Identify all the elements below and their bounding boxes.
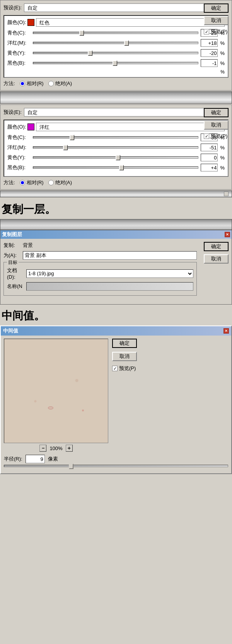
median-preview-col: － 100% ＋ [4, 339, 108, 452]
method-label-2: 方法: [3, 179, 15, 186]
yellow-thumb-1[interactable] [88, 50, 92, 56]
yellow-thumb-2[interactable] [116, 155, 120, 160]
cancel-button-1[interactable]: 取消 [204, 16, 229, 25]
preset-select-1[interactable]: 自定 [24, 3, 218, 12]
black-input-1[interactable] [201, 59, 218, 67]
radius-thumb[interactable] [69, 464, 73, 469]
cancel-button-2[interactable]: 取消 [204, 120, 229, 130]
cyan-row-1: 青色(C): % [7, 29, 225, 37]
method-row-1: 方法: 相对(R) 绝对(A) [3, 80, 229, 87]
radius-unit: 像素 [48, 456, 58, 462]
name-obscured [26, 282, 193, 291]
cyan-row-2: 青色(C): % [7, 134, 225, 141]
cyan-thumb-2[interactable] [70, 135, 74, 140]
relative-radio-2[interactable]: 相对(R) [20, 179, 44, 186]
source-value: 背景 [23, 242, 33, 249]
name-row: 名称(N [7, 282, 193, 291]
color-select-2[interactable]: 洋红 [36, 123, 225, 131]
doc-label: 文档(D): [7, 267, 24, 280]
preview-checkbox-2[interactable] [204, 134, 209, 139]
corner-handle [224, 192, 229, 196]
source-row: 复制: 背景 [3, 242, 197, 249]
zoom-row: － 100% ＋ [4, 445, 108, 452]
cyan-label-1: 青色(C): [7, 29, 31, 36]
image-strip-3 [0, 219, 232, 230]
median-title-bar: 中间值 ✕ [1, 326, 231, 336]
absolute-dot-2[interactable] [48, 180, 54, 185]
preset-label-2: 预设(E): [3, 109, 22, 116]
median-preview-checkbox[interactable] [112, 366, 118, 371]
black-thumb-1[interactable] [113, 60, 117, 66]
selective-color-dialog-red: 预设(E): 自定 ≡ 确定 取消 预览(P) 颜色(O): 红色 青色(C): [0, 0, 232, 91]
cyan-thumb-1[interactable] [79, 30, 84, 36]
color-select-1[interactable]: 红色 [36, 18, 225, 27]
median-controls: 确定 取消 预览(P) [112, 339, 137, 452]
color-swatch-1 [27, 19, 34, 26]
relative-dot-1[interactable] [20, 81, 25, 86]
median-preview-area[interactable] [4, 339, 108, 443]
yellow-track-1[interactable] [33, 50, 198, 56]
group-title: 目标 [7, 259, 19, 266]
magenta-label-1: 洋红(M): [7, 39, 31, 46]
median-dialog: 中间值 ✕ － 100% ＋ 确定 取消 预览(P) [0, 325, 232, 474]
median-close-btn[interactable]: ✕ [223, 328, 229, 334]
absolute-radio-2[interactable]: 绝对(A) [48, 179, 72, 186]
zoom-in-btn[interactable]: ＋ [66, 445, 73, 452]
black-track-1[interactable] [33, 60, 198, 66]
color-label-2: 颜色(O): [7, 123, 26, 130]
relative-dot-2[interactable] [20, 180, 25, 185]
selective-color-dialog-magenta: 预设(E): 自定 ≡ 确定 取消 预览(P) 颜色(O): 洋红 青色(C): [0, 104, 232, 190]
relative-radio-1[interactable]: 相对(R) [20, 80, 44, 87]
black-thumb-2[interactable] [119, 165, 124, 170]
doc-select[interactable]: 1-8 (19).jpg [26, 269, 193, 278]
magenta-input-1[interactable] [201, 39, 218, 47]
yellow-input-1[interactable] [201, 49, 218, 57]
yellow-track-2[interactable] [33, 155, 198, 160]
as-input[interactable] [23, 251, 197, 260]
magenta-thumb-1[interactable] [124, 40, 129, 46]
absolute-dot-1[interactable] [48, 81, 54, 86]
magenta-thumb-2[interactable] [63, 145, 68, 150]
duplicate-layer-dialog: 复制图层 ✕ 复制: 背景 为(A): 目标 文档(D): 1-8 (19).j… [0, 230, 232, 305]
yellow-pct-1: % [220, 50, 225, 56]
absolute-radio-1[interactable]: 绝对(A) [48, 80, 72, 87]
ok-button-2[interactable]: 确定 [204, 108, 229, 117]
magenta-track-2[interactable] [33, 145, 198, 150]
preset-select-2[interactable]: 自定 [24, 108, 218, 116]
image-strip-2 [0, 190, 232, 197]
preview-artifact-1 [48, 406, 53, 409]
yellow-input-2[interactable] [201, 154, 218, 161]
dup-ok-btn[interactable]: 确定 [204, 242, 229, 251]
relative-label-1: 相对(R) [27, 80, 44, 87]
cyan-track-1[interactable] [33, 30, 198, 36]
ok-button-1[interactable]: 确定 [204, 3, 229, 13]
median-cancel-btn[interactable]: 取消 [112, 352, 137, 361]
median-ok-btn[interactable]: 确定 [112, 339, 137, 348]
magenta-pct-2: % [220, 145, 225, 151]
preset-label-1: 预设(E): [3, 4, 22, 11]
magenta-input-2[interactable] [201, 144, 218, 151]
median-preview-label: 预览(P) [119, 365, 136, 372]
zoom-out-btn[interactable]: － [39, 445, 46, 452]
median-section-label: 中间值。 [0, 305, 232, 325]
cyan-label-2: 青色(C): [7, 134, 31, 141]
duplicate-close-btn[interactable]: ✕ [225, 232, 230, 237]
black-label-2: 黑色(B): [7, 164, 31, 171]
preview-checkbox-1[interactable] [204, 29, 209, 34]
black-input-2[interactable] [201, 164, 218, 171]
median-preview-checkbox-row: 预览(P) [112, 365, 137, 372]
black-track-2[interactable] [33, 165, 198, 170]
magenta-track-1[interactable] [33, 40, 198, 46]
radius-input[interactable] [26, 455, 45, 463]
method-row-2: 方法: 相对(R) 绝对(A) [3, 179, 229, 186]
duplicate-content: 复制: 背景 为(A): 目标 文档(D): 1-8 (19).jpg 名称(N [0, 239, 232, 301]
dup-cancel-btn[interactable]: 取消 [204, 254, 229, 264]
name-label: 名称(N [7, 283, 24, 290]
doc-row: 文档(D): 1-8 (19).jpg [7, 267, 193, 280]
yellow-row-1: 黄色(Y): % [7, 49, 225, 57]
duplicate-title: 复制图层 [2, 231, 22, 238]
black-pct-2: % [220, 165, 225, 171]
radius-slider[interactable] [4, 465, 228, 470]
cyan-track-2[interactable] [33, 135, 198, 140]
right-buttons-1: 确定 取消 预览(P) [204, 3, 229, 35]
